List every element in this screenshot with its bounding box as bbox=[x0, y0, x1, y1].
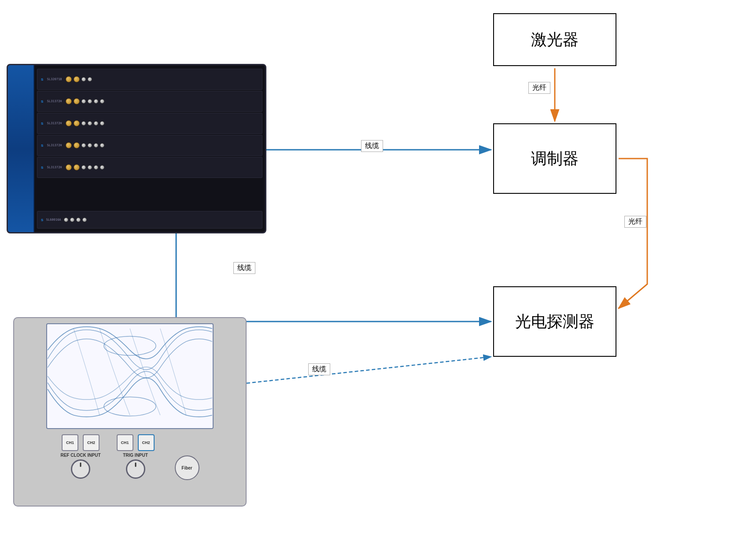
trig-big-knob[interactable] bbox=[126, 459, 145, 479]
fiber-button[interactable]: Fiber bbox=[175, 455, 199, 480]
rack-connectors-1 bbox=[66, 98, 258, 104]
rack-slot-label-0: SL32071B bbox=[47, 78, 62, 81]
rack-slot-3: S SL31372H bbox=[37, 135, 262, 156]
connector bbox=[66, 98, 72, 104]
modulator-label: 调制器 bbox=[531, 148, 579, 170]
connector-small bbox=[100, 99, 104, 104]
oscilloscope-device: CH1 CH2 REF CLOCK INPUT CH1 CH2 TRIG INP… bbox=[13, 317, 247, 507]
rack-slot-label-4: SL31372H bbox=[47, 166, 62, 169]
ref-clock-group: CH1 CH2 REF CLOCK INPUT bbox=[60, 434, 100, 479]
connector-small bbox=[70, 218, 74, 222]
connector-small bbox=[88, 99, 92, 104]
connector-small bbox=[100, 121, 104, 126]
trig-group: CH1 CH2 TRIG INPUT bbox=[117, 434, 155, 479]
photodetector-device: 光电探测器 bbox=[493, 286, 616, 357]
trig-ch1-knob[interactable]: CH1 bbox=[117, 434, 133, 451]
rack-blue-panel bbox=[8, 65, 34, 232]
rack-slot-4: S SL31372H bbox=[37, 157, 262, 178]
connector-small bbox=[100, 165, 104, 170]
connector-small bbox=[88, 77, 92, 81]
svg-line-4 bbox=[247, 357, 491, 383]
connector-small bbox=[81, 143, 86, 148]
rack-connectors-4 bbox=[66, 164, 258, 170]
connector bbox=[66, 142, 72, 148]
connector bbox=[74, 164, 80, 170]
connector-small bbox=[100, 143, 104, 148]
connector-small bbox=[94, 99, 98, 104]
connector bbox=[74, 76, 80, 82]
connector-small bbox=[76, 218, 81, 222]
rack-slot-label-2: SL31372H bbox=[47, 122, 62, 125]
rack-base-connectors bbox=[64, 218, 258, 222]
rack-logo-3: S bbox=[41, 144, 44, 148]
cable-label-2: 线缆 bbox=[233, 262, 255, 274]
connector bbox=[66, 76, 72, 82]
ref-clock-ch2-knob[interactable]: CH2 bbox=[83, 434, 100, 451]
connector bbox=[74, 98, 80, 104]
connector-small bbox=[88, 165, 92, 170]
rack-instrument: S SL32071B S SL31372H bbox=[7, 64, 266, 233]
fiber-group: Fiber bbox=[175, 434, 199, 480]
connector-small bbox=[64, 218, 68, 222]
laser-label: 激光器 bbox=[531, 29, 579, 51]
cable-label-1: 线缆 bbox=[361, 140, 383, 152]
connector bbox=[66, 120, 72, 126]
connector-small bbox=[82, 218, 87, 222]
rack-slot-1: S SL31372H bbox=[37, 91, 262, 112]
main-page: S SL32071B S SL31372H bbox=[0, 0, 756, 540]
rack-slot-base: S SL60016A bbox=[37, 211, 262, 229]
photodetector-label: 光电探测器 bbox=[515, 311, 594, 333]
connector bbox=[74, 142, 80, 148]
rack-slot-0: S SL32071B bbox=[37, 69, 262, 90]
trig-ch2-knob[interactable]: CH2 bbox=[138, 434, 155, 451]
rack-logo-4: S bbox=[41, 166, 44, 170]
connector-small bbox=[94, 143, 98, 148]
connector-small bbox=[88, 143, 92, 148]
rack-connectors-2 bbox=[66, 120, 258, 126]
rack-slot-2: S SL31372H bbox=[37, 113, 262, 134]
connector-small bbox=[81, 99, 86, 104]
ref-clock-knobs: CH1 CH2 bbox=[62, 434, 100, 451]
modulator-device: 调制器 bbox=[493, 123, 616, 194]
rack-connectors-3 bbox=[66, 142, 258, 148]
trig-label: TRIG INPUT bbox=[123, 453, 148, 458]
fiber-label-1: 光纤 bbox=[528, 82, 550, 94]
fiber-label-2: 光纤 bbox=[624, 216, 646, 228]
osc-controls: CH1 CH2 REF CLOCK INPUT CH1 CH2 TRIG INP… bbox=[19, 434, 240, 480]
ref-clock-ch1-knob[interactable]: CH1 bbox=[62, 434, 78, 451]
rack-logo-2: S bbox=[41, 122, 44, 126]
rack-logo-1: S bbox=[41, 100, 44, 104]
rack-slot-label-base: SL60016A bbox=[46, 218, 61, 222]
connector-small bbox=[81, 121, 86, 126]
rack-slot-label-1: SL31372H bbox=[47, 100, 62, 103]
trig-knobs: CH1 CH2 bbox=[117, 434, 155, 451]
connector-small bbox=[94, 165, 98, 170]
rack-logo-0: S bbox=[41, 78, 44, 81]
rack-logo-base: S bbox=[41, 218, 44, 222]
laser-device: 激光器 bbox=[493, 13, 616, 66]
connector bbox=[74, 120, 80, 126]
connector-small bbox=[81, 165, 86, 170]
connector bbox=[66, 164, 72, 170]
connector-small bbox=[94, 121, 98, 126]
cable-label-3: 线缆 bbox=[308, 363, 330, 375]
ref-clock-big-knob[interactable] bbox=[71, 459, 90, 479]
connector-small bbox=[81, 77, 86, 81]
eye-diagram-screen bbox=[46, 323, 214, 429]
rack-modules: S SL32071B S SL31372H bbox=[34, 65, 265, 232]
ref-clock-label: REF CLOCK INPUT bbox=[60, 453, 100, 458]
connector-small bbox=[88, 121, 92, 126]
rack-slot-label-3: SL31372H bbox=[47, 144, 62, 147]
rack-connectors-0 bbox=[66, 76, 258, 82]
